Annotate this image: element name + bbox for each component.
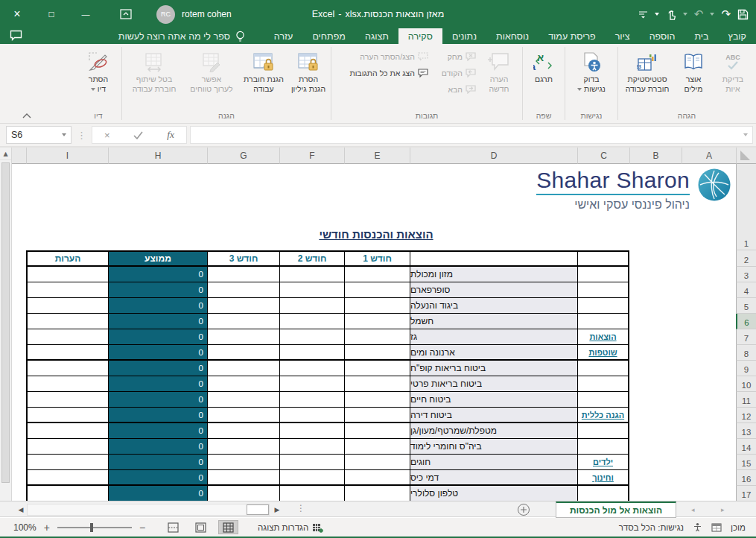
month1-cell[interactable] — [344, 282, 410, 298]
row-header-12[interactable]: 12 — [736, 408, 756, 423]
month2-header-cell[interactable]: חודש 2 — [279, 250, 344, 267]
notes-cell[interactable] — [26, 361, 108, 376]
month3-cell[interactable] — [207, 314, 279, 329]
side-header-cell[interactable] — [577, 250, 629, 267]
allow-edit-ranges-button[interactable]: אפשרלערוך טווחים — [184, 45, 239, 110]
cell[interactable] — [629, 408, 682, 423]
side-label-cell[interactable]: וחינוך — [577, 470, 629, 486]
tab-סקירה[interactable]: סקירה — [398, 28, 442, 44]
month2-cell[interactable] — [279, 423, 344, 439]
zoom-in-button[interactable]: + — [44, 522, 50, 534]
cell[interactable] — [12, 439, 26, 455]
average-value-cell[interactable]: 0 — [108, 376, 207, 392]
new-comment-button[interactable]: הערהחדשה — [478, 45, 520, 110]
cell[interactable] — [12, 267, 26, 282]
ribbon-display-options-button[interactable] — [109, 0, 143, 28]
notes-cell[interactable] — [26, 455, 108, 470]
column-header-D[interactable]: D — [410, 148, 577, 164]
horizontal-scrollbar-thumb[interactable] — [247, 504, 269, 515]
month2-cell[interactable] — [279, 314, 344, 329]
notes-cell[interactable] — [26, 470, 108, 486]
notes-cell[interactable] — [26, 298, 108, 314]
normal-view-button[interactable] — [218, 520, 238, 534]
category-label-cell[interactable]: ביטוח בריאות קופ"ח — [410, 361, 577, 376]
column-header-C[interactable]: C — [577, 148, 629, 164]
sheet-tab-active[interactable]: הוצאות אל מול הכנסות — [556, 501, 676, 518]
formula-input[interactable] — [190, 126, 753, 144]
translate-button[interactable]: אa תרגם — [525, 45, 562, 110]
maximize-button[interactable]: □ — [34, 0, 69, 28]
side-label-cell[interactable] — [577, 314, 629, 329]
month3-cell[interactable] — [207, 439, 279, 455]
side-label-cell[interactable] — [577, 392, 629, 408]
cell[interactable] — [682, 267, 736, 282]
delete-comment-button[interactable]: מחק — [431, 48, 478, 65]
cell[interactable] — [629, 423, 682, 439]
column-header-G[interactable]: G — [207, 148, 279, 164]
tab-עזרה[interactable]: עזרה — [264, 28, 303, 44]
month2-cell[interactable] — [279, 455, 344, 470]
page-layout-view-button[interactable] — [191, 520, 211, 534]
cell[interactable] — [629, 439, 682, 455]
month2-cell[interactable] — [279, 439, 344, 455]
cell[interactable] — [682, 329, 736, 345]
category-label-cell[interactable]: ארנונה ומים — [410, 345, 577, 361]
column-header-I[interactable]: I — [26, 148, 108, 164]
category-label-cell[interactable]: מטפלת/שמרטף/מעון/גן — [410, 423, 577, 439]
side-label-cell[interactable]: שוטפות — [577, 345, 629, 361]
previous-comment-button[interactable]: הקודם — [431, 65, 478, 81]
page-break-preview-button[interactable] — [163, 520, 183, 534]
month3-cell[interactable] — [207, 423, 279, 439]
cell[interactable] — [12, 470, 26, 486]
month3-cell[interactable] — [207, 298, 279, 314]
notes-cell[interactable] — [26, 439, 108, 455]
cell[interactable] — [629, 470, 682, 486]
category-label-cell[interactable]: ביטוח חיים — [410, 392, 577, 408]
month1-cell[interactable] — [344, 392, 410, 408]
next-comment-button[interactable]: הבא — [431, 81, 478, 98]
month2-cell[interactable] — [279, 282, 344, 298]
notes-cell[interactable] — [26, 282, 108, 298]
month1-cell[interactable] — [344, 455, 410, 470]
side-label-cell[interactable]: ילדים — [577, 455, 629, 470]
category-label-cell[interactable]: חוגים — [410, 455, 577, 470]
column-header-F[interactable]: F — [279, 148, 344, 164]
month2-cell[interactable] — [279, 376, 344, 392]
cancel-entry-button[interactable]: × — [104, 130, 110, 141]
average-value-cell[interactable]: 0 — [108, 455, 207, 470]
touch-mode-button[interactable] — [666, 9, 676, 20]
average-value-cell[interactable]: 0 — [108, 282, 207, 298]
average-value-cell[interactable]: 0 — [108, 345, 207, 361]
cell[interactable] — [12, 298, 26, 314]
row-header-9[interactable]: 9 — [736, 361, 756, 376]
month3-cell[interactable] — [207, 486, 279, 501]
month1-cell[interactable] — [344, 314, 410, 329]
side-label-cell[interactable]: הוצאות — [577, 329, 629, 345]
cell[interactable] — [12, 361, 26, 376]
notes-header-cell[interactable]: הערות — [26, 250, 108, 267]
vertical-scrollbar-thumb[interactable] — [1, 162, 10, 483]
scroll-up-icon[interactable]: ▲ — [0, 148, 11, 160]
cell[interactable] — [629, 361, 682, 376]
side-label-cell[interactable] — [577, 267, 629, 282]
month3-cell[interactable] — [207, 282, 279, 298]
month2-cell[interactable] — [279, 486, 344, 501]
cell[interactable] — [682, 392, 736, 408]
column-header-H[interactable]: H — [108, 148, 207, 164]
side-label-cell[interactable] — [577, 282, 629, 298]
cell[interactable] — [682, 376, 736, 392]
cell[interactable] — [629, 298, 682, 314]
cell[interactable] — [682, 345, 736, 361]
cell[interactable] — [682, 250, 736, 267]
redo-button[interactable]: ↷ — [721, 7, 731, 21]
month3-cell[interactable] — [207, 267, 279, 282]
check-accessibility-button[interactable]: בדוקנגישות — [568, 45, 615, 110]
month1-cell[interactable] — [344, 329, 410, 345]
month3-cell[interactable] — [207, 329, 279, 345]
month2-cell[interactable] — [279, 470, 344, 486]
row-header-17[interactable]: 17 — [736, 486, 756, 501]
cell[interactable] — [629, 314, 682, 329]
show-all-comments-button[interactable]: הצג את כל התגובות — [334, 65, 431, 81]
cell[interactable] — [629, 486, 682, 501]
month1-cell[interactable] — [344, 361, 410, 376]
